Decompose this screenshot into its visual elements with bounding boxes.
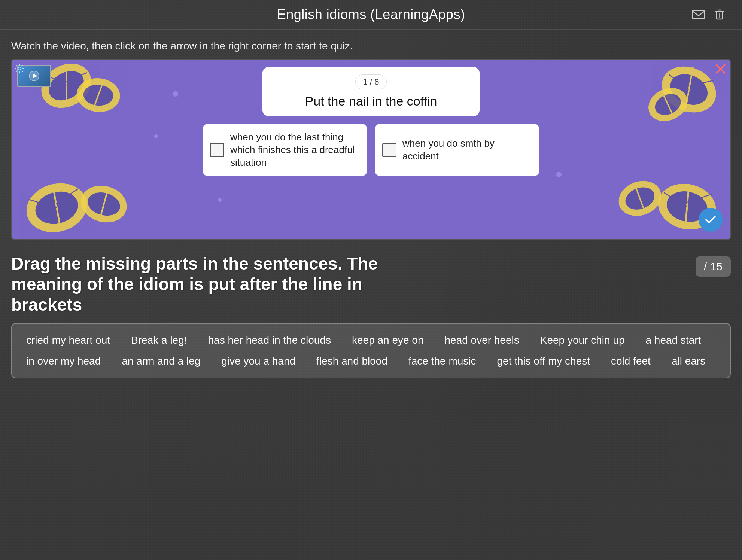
header: English idioms (LearningApps) (0, 0, 742, 30)
svg-point-15 (654, 60, 724, 121)
word-chip-6[interactable]: a head start (642, 333, 704, 348)
answers-container: when you do the last thing which finishe… (21, 124, 721, 176)
answer-option-2[interactable]: when you do smth by accident (375, 124, 539, 176)
word-chip-13[interactable]: cold feet (608, 354, 654, 369)
answer-text-2: when you do smth by accident (402, 137, 532, 163)
svg-point-21 (652, 90, 684, 119)
question-card: 1 / 8 Put the nail in the coffin (262, 67, 480, 116)
answer-option-1[interactable]: when you do the last thing which finishe… (203, 124, 367, 176)
word-chip-14[interactable]: all ears (669, 354, 708, 369)
svg-line-22 (661, 90, 675, 119)
svg-point-29 (85, 189, 123, 219)
drag-title: Drag the missing parts in the sentences.… (11, 253, 423, 316)
svg-line-38 (634, 183, 646, 214)
svg-line-19 (690, 77, 713, 90)
question-text: Put the nail in the coffin (274, 94, 468, 109)
answer-text-1: when you do the last thing which finishe… (230, 131, 360, 169)
svg-line-11 (66, 73, 87, 82)
header-actions (691, 7, 727, 22)
word-bank: cried my heart out Break a leg! has her … (11, 323, 731, 378)
answer-checkbox-2[interactable] (382, 143, 396, 157)
svg-point-23 (21, 177, 93, 239)
word-chip-1[interactable]: Break a leg! (128, 333, 190, 348)
word-chip-4[interactable]: head over heels (441, 333, 522, 348)
quiz-widget: 1 / 8 Put the nail in the coffin when yo… (11, 59, 731, 240)
word-chip-8[interactable]: an arm and a leg (119, 354, 203, 369)
instruction-text: Watch the video, then click on the arrow… (0, 30, 742, 59)
svg-point-28 (77, 181, 131, 228)
drag-section: Drag the missing parts in the sentences.… (0, 253, 742, 390)
svg-line-30 (99, 187, 109, 222)
answer-checkbox-1[interactable] (210, 143, 224, 157)
word-chip-10[interactable]: flesh and blood (313, 354, 390, 369)
word-chip-2[interactable]: has her head in the clouds (205, 333, 334, 348)
svg-line-27 (54, 189, 80, 203)
word-chip-7[interactable]: in over my head (23, 354, 104, 369)
svg-line-33 (685, 184, 689, 229)
word-chip-0[interactable]: cried my heart out (23, 333, 113, 348)
mail-button[interactable] (691, 7, 706, 22)
progress-indicator: 1 / 8 (355, 74, 387, 89)
svg-line-18 (667, 74, 691, 89)
svg-point-13 (82, 83, 114, 107)
svg-point-39 (18, 67, 21, 70)
svg-line-14 (92, 79, 104, 111)
word-chip-9[interactable]: give you a hand (218, 354, 298, 369)
svg-rect-0 (693, 10, 705, 19)
svg-point-12 (75, 76, 121, 114)
drag-header: Drag the missing parts in the sentences.… (11, 253, 731, 316)
svg-point-24 (32, 187, 82, 228)
svg-point-20 (643, 82, 693, 127)
trash-button[interactable] (712, 7, 727, 22)
word-chip-12[interactable]: get this off my chest (494, 354, 593, 369)
page-title: English idioms (LearningApps) (277, 7, 465, 22)
word-chip-11[interactable]: face the music (405, 354, 479, 369)
widget-close-icon[interactable] (715, 63, 726, 76)
svg-line-35 (687, 192, 712, 204)
svg-point-36 (614, 175, 666, 222)
svg-line-26 (29, 195, 57, 213)
svg-line-17 (685, 67, 693, 112)
svg-line-34 (663, 192, 688, 207)
word-chip-5[interactable]: Keep your chin up (537, 333, 628, 348)
svg-line-25 (53, 184, 61, 231)
word-chip-3[interactable]: keep an eye on (349, 333, 427, 348)
svg-point-37 (622, 183, 657, 213)
score-badge: / 15 (696, 256, 731, 277)
check-button[interactable] (699, 208, 723, 232)
widget-settings-icon[interactable] (14, 63, 25, 76)
svg-point-16 (665, 69, 712, 111)
quiz-inner: 1 / 8 Put the nail in the coffin when yo… (12, 60, 730, 239)
